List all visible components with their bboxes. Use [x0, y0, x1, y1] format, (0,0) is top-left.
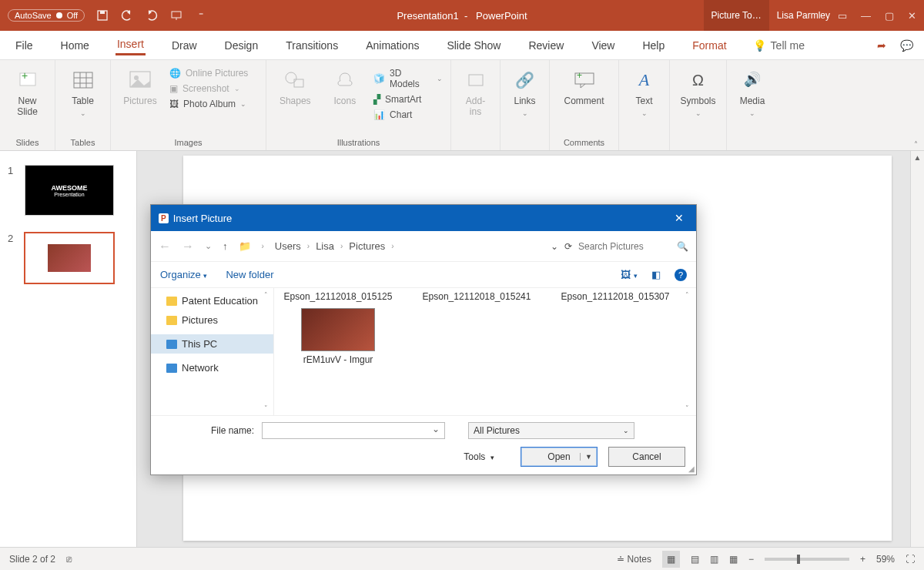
organize-button[interactable]: Organize ▾	[160, 269, 207, 280]
resize-grip-icon[interactable]: ◢	[688, 464, 695, 473]
user-name[interactable]: Lisa Parmley	[777, 10, 830, 21]
window-controls: ▭ — ▢ ✕	[838, 10, 916, 22]
redo-icon[interactable]	[145, 8, 159, 22]
tab-file[interactable]: File	[14, 36, 35, 55]
view-mode-icon[interactable]: 🖼 ▾	[621, 269, 638, 280]
icons-button[interactable]: Icons	[324, 65, 367, 106]
group-comments: Comments	[557, 136, 611, 149]
smartart-button[interactable]: ▞SmartArt	[373, 94, 443, 105]
tab-draw[interactable]: Draw	[170, 36, 199, 55]
3d-models-button[interactable]: 🧊3D Models ⌄	[373, 68, 443, 89]
contextual-tab-label: Picture To…	[704, 0, 769, 31]
save-icon[interactable]	[95, 8, 109, 22]
files-scrollbar[interactable]: ˄˅	[685, 291, 695, 412]
tell-me[interactable]: 💡 Tell me	[753, 39, 805, 52]
file-item[interactable]: rEM1uvV - Imgur	[280, 302, 396, 365]
tree-item-pictures[interactable]: Pictures	[151, 310, 273, 330]
photo-album-button[interactable]: 🖼Photo Album ⌄	[169, 99, 248, 109]
refresh-icon[interactable]: ⟳	[564, 241, 572, 252]
dialog-titlebar[interactable]: P Insert Picture ✕	[151, 205, 696, 231]
tree-item-network[interactable]: Network	[151, 358, 273, 377]
file-filter-dropdown[interactable]: All Pictures⌄	[468, 422, 634, 439]
online-pictures-button[interactable]: 🌐Online Pictures	[169, 68, 248, 79]
chart-button[interactable]: 📊Chart	[373, 109, 443, 120]
tree-scrollbar[interactable]: ˄˅	[264, 291, 272, 412]
media-button[interactable]: 🔊Media⌄	[735, 65, 770, 118]
table-button[interactable]: Table⌄	[63, 65, 102, 118]
present-icon[interactable]	[169, 8, 183, 22]
pictures-button[interactable]: Pictures	[119, 65, 162, 106]
shapes-button[interactable]: Shapes	[274, 65, 316, 106]
tab-home[interactable]: Home	[59, 36, 91, 55]
tools-dropdown[interactable]: Tools ▾	[464, 451, 494, 462]
crumb-dropdown-icon[interactable]: ⌄	[551, 241, 558, 252]
new-slide-button[interactable]: +New Slide	[8, 65, 47, 118]
file-list[interactable]: Epson_12112018_015125 Epson_12112018_015…	[274, 288, 696, 415]
screenshot-button[interactable]: ▣Screenshot ⌄	[169, 83, 248, 94]
fit-to-window-icon[interactable]: ⛶	[906, 554, 915, 565]
tab-design[interactable]: Design	[223, 36, 260, 55]
comments-icon[interactable]: 💬	[900, 39, 913, 52]
insert-picture-dialog: P Insert Picture ✕ ← → ⌄ ↑ 📁 › Users› Li…	[150, 204, 697, 475]
tab-insert[interactable]: Insert	[116, 35, 146, 55]
view-slideshow-icon[interactable]: ▦	[729, 554, 738, 565]
notes-button[interactable]: ≐ Notes	[617, 554, 651, 565]
tab-slideshow[interactable]: Slide Show	[445, 36, 502, 55]
accessibility-icon[interactable]: ⎚	[66, 554, 72, 565]
file-item[interactable]: Epson_12112018_015241	[419, 291, 534, 302]
file-item[interactable]: Epson_12112018_015307	[557, 291, 673, 302]
help-icon[interactable]: ?	[675, 269, 687, 281]
zoom-in-icon[interactable]: +	[860, 554, 865, 565]
comment-button[interactable]: +Comment	[557, 65, 611, 106]
nav-back-icon[interactable]: ←	[159, 240, 171, 253]
symbols-button[interactable]: ΩSymbols⌄	[678, 65, 718, 118]
file-item[interactable]: Epson_12112018_015125	[280, 291, 396, 302]
dialog-toolbar: Organize ▾ New folder 🖼 ▾ ◧ ?	[151, 262, 696, 288]
filename-label: File name:	[162, 425, 254, 436]
slide-thumb-2[interactable]: 2	[0, 230, 136, 297]
filename-input[interactable]	[262, 422, 445, 439]
cube-icon: 🧊	[373, 73, 385, 84]
breadcrumb[interactable]: Users› Lisa› Pictures›	[275, 240, 394, 252]
qat-more-icon[interactable]: ⁼	[194, 8, 208, 22]
view-sorter-icon[interactable]: ▤	[691, 554, 699, 565]
collapse-ribbon-icon[interactable]: ˄	[914, 140, 918, 149]
ribbon-options-icon[interactable]: ▭	[838, 10, 847, 22]
addins-button[interactable]: Add- ins	[459, 65, 492, 118]
tab-format[interactable]: Format	[691, 36, 728, 55]
preview-pane-icon[interactable]: ◧	[651, 269, 661, 280]
view-reading-icon[interactable]: ▥	[710, 554, 718, 565]
zoom-level[interactable]: 59%	[876, 554, 895, 565]
cancel-button[interactable]: Cancel	[608, 447, 685, 467]
links-button[interactable]: 🔗Links⌄	[508, 65, 541, 118]
vertical-scrollbar[interactable]: ▲	[910, 151, 924, 547]
autosave-toggle[interactable]: AutoSave Off	[8, 9, 85, 22]
open-button[interactable]: Open	[521, 447, 598, 467]
text-button[interactable]: AText⌄	[627, 65, 661, 118]
dialog-close-icon[interactable]: ✕	[670, 212, 688, 224]
tab-help[interactable]: Help	[641, 36, 666, 55]
nav-up-icon[interactable]: ↑	[223, 240, 228, 252]
nav-forward-icon[interactable]: →	[182, 240, 194, 253]
tab-animations[interactable]: Animations	[364, 36, 420, 55]
scroll-up-icon[interactable]: ▲	[911, 151, 924, 165]
close-icon[interactable]: ✕	[908, 10, 916, 22]
search-input[interactable]	[578, 241, 671, 252]
tab-view[interactable]: View	[590, 36, 616, 55]
search-icon[interactable]: 🔍	[677, 241, 688, 252]
share-icon[interactable]: ➦	[877, 39, 886, 52]
slide-counter[interactable]: Slide 2 of 2	[9, 554, 55, 565]
slide-thumb-1[interactable]: 1 AWESOME Presentation	[0, 162, 136, 230]
view-normal-icon[interactable]: ▦	[662, 551, 680, 568]
zoom-slider[interactable]	[765, 558, 849, 561]
nav-recent-icon[interactable]: ⌄	[205, 241, 212, 251]
zoom-out-icon[interactable]: −	[748, 554, 754, 565]
minimize-icon[interactable]: —	[861, 10, 871, 22]
tree-item-thispc[interactable]: This PC	[151, 334, 273, 354]
tree-item-patent[interactable]: Patent Education	[151, 291, 273, 310]
undo-icon[interactable]	[120, 8, 134, 22]
new-folder-button[interactable]: New folder	[226, 269, 273, 280]
tab-transitions[interactable]: Transitions	[284, 36, 340, 55]
tab-review[interactable]: Review	[527, 36, 565, 55]
maximize-icon[interactable]: ▢	[885, 10, 894, 22]
